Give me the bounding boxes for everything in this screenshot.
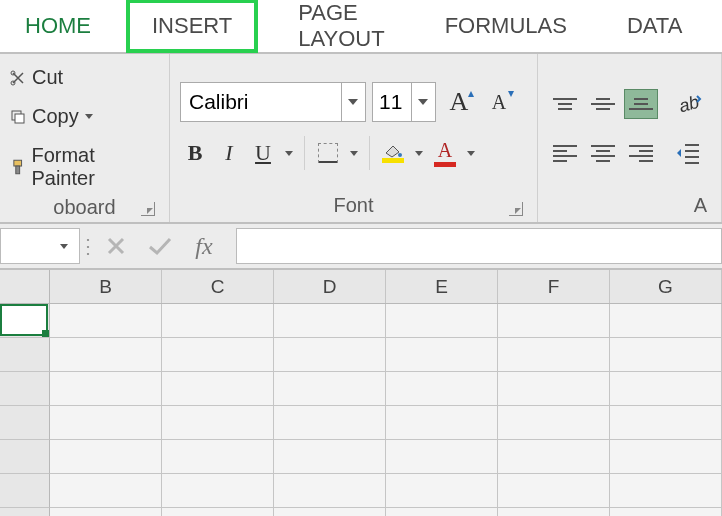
row-header[interactable]: [0, 372, 50, 406]
cell[interactable]: [162, 508, 274, 516]
row-header[interactable]: [0, 406, 50, 440]
cell[interactable]: [386, 406, 498, 440]
column-header-f[interactable]: F: [498, 270, 610, 303]
cell[interactable]: [274, 406, 386, 440]
italic-button[interactable]: I: [214, 136, 244, 170]
column-header-e[interactable]: E: [386, 270, 498, 303]
cell[interactable]: [274, 474, 386, 508]
tab-formulas[interactable]: FORMULAS: [425, 0, 587, 53]
font-color-button[interactable]: A: [430, 136, 460, 170]
column-header-c[interactable]: C: [162, 270, 274, 303]
cell[interactable]: [386, 508, 498, 516]
align-center-button[interactable]: [586, 138, 620, 168]
cell[interactable]: [386, 372, 498, 406]
underline-dropdown[interactable]: [282, 151, 296, 156]
name-box-dropdown[interactable]: [53, 229, 75, 263]
cell[interactable]: [610, 372, 722, 406]
align-right-button[interactable]: [624, 138, 658, 168]
cell[interactable]: [274, 304, 386, 338]
cell[interactable]: [50, 338, 162, 372]
font-name-input[interactable]: [181, 90, 341, 114]
cell[interactable]: [50, 406, 162, 440]
borders-dropdown[interactable]: [347, 151, 361, 156]
align-top-button[interactable]: [548, 89, 582, 119]
row-header[interactable]: [0, 338, 50, 372]
cell[interactable]: [498, 474, 610, 508]
font-size-combo[interactable]: [372, 82, 436, 122]
cell[interactable]: [162, 338, 274, 372]
row-header[interactable]: [0, 440, 50, 474]
row-header[interactable]: [0, 508, 50, 516]
select-all-corner[interactable]: [0, 270, 50, 303]
enter-formula-button[interactable]: [138, 228, 182, 264]
cell[interactable]: [610, 406, 722, 440]
orientation-button[interactable]: ab: [672, 84, 706, 124]
cell[interactable]: [50, 508, 162, 516]
decrease-indent-button[interactable]: [672, 138, 706, 168]
cell[interactable]: [498, 372, 610, 406]
cell[interactable]: [498, 508, 610, 516]
cell[interactable]: [386, 440, 498, 474]
cell[interactable]: [50, 474, 162, 508]
cell[interactable]: [50, 372, 162, 406]
cell[interactable]: [274, 338, 386, 372]
tab-data[interactable]: DATA: [607, 0, 702, 53]
font-name-combo[interactable]: [180, 82, 366, 122]
borders-button[interactable]: [313, 136, 343, 170]
font-launcher-icon[interactable]: [509, 202, 523, 216]
cell[interactable]: [162, 304, 274, 338]
underline-button[interactable]: U: [248, 136, 278, 170]
name-box[interactable]: [0, 228, 80, 264]
increase-font-button[interactable]: A▴: [442, 82, 476, 122]
bold-button[interactable]: B: [180, 136, 210, 170]
tab-home[interactable]: HOME: [5, 0, 111, 53]
name-box-input[interactable]: [1, 236, 53, 256]
cell[interactable]: [498, 304, 610, 338]
fill-handle[interactable]: [42, 330, 49, 337]
clipboard-launcher-icon[interactable]: [141, 202, 155, 216]
format-painter-button[interactable]: Format Painter: [10, 140, 159, 194]
fill-color-button[interactable]: [378, 136, 408, 170]
cell[interactable]: [386, 338, 498, 372]
cancel-formula-button[interactable]: [94, 228, 138, 264]
decrease-font-button[interactable]: A▾: [482, 82, 516, 122]
column-header-g[interactable]: G: [610, 270, 722, 303]
cut-button[interactable]: Cut: [10, 62, 159, 93]
cell[interactable]: [610, 474, 722, 508]
row-header[interactable]: [0, 474, 50, 508]
align-middle-button[interactable]: [586, 89, 620, 119]
column-header-d[interactable]: D: [274, 270, 386, 303]
copy-button[interactable]: Copy: [10, 101, 159, 132]
tab-review-partial[interactable]: R: [712, 0, 722, 53]
formula-input[interactable]: [236, 228, 722, 264]
align-left-button[interactable]: [548, 138, 582, 168]
cell[interactable]: [50, 304, 162, 338]
align-bottom-button[interactable]: [624, 89, 658, 119]
font-color-dropdown[interactable]: [464, 151, 478, 156]
cell[interactable]: [610, 508, 722, 516]
cell[interactable]: [386, 304, 498, 338]
cell[interactable]: [498, 406, 610, 440]
cell[interactable]: [162, 440, 274, 474]
cell[interactable]: [274, 508, 386, 516]
tab-insert[interactable]: INSERT: [126, 0, 258, 53]
cell[interactable]: [274, 372, 386, 406]
cell[interactable]: [162, 406, 274, 440]
column-header-b[interactable]: B: [50, 270, 162, 303]
cell[interactable]: [162, 474, 274, 508]
cell[interactable]: [498, 338, 610, 372]
font-size-dropdown[interactable]: [411, 83, 433, 121]
cell[interactable]: [498, 440, 610, 474]
cell[interactable]: [610, 304, 722, 338]
cell[interactable]: [274, 440, 386, 474]
cell[interactable]: [386, 474, 498, 508]
cell[interactable]: [610, 338, 722, 372]
cell[interactable]: [162, 372, 274, 406]
font-size-input[interactable]: [373, 90, 411, 114]
insert-function-button[interactable]: fx: [182, 228, 226, 264]
chevron-down-icon: [467, 151, 475, 156]
font-name-dropdown[interactable]: [341, 83, 363, 121]
fill-color-dropdown[interactable]: [412, 151, 426, 156]
cell[interactable]: [50, 440, 162, 474]
cell[interactable]: [610, 440, 722, 474]
